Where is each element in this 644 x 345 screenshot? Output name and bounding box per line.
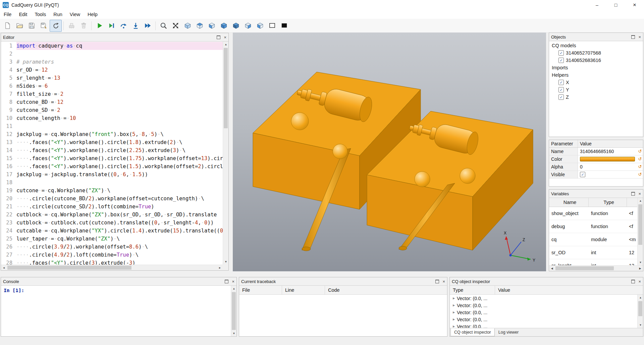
render-button[interactable] [93,20,105,32]
autoreload-toggle[interactable] [50,20,62,32]
inspector-row[interactable]: ▶Vector: (0.0, ... [450,302,637,309]
visible-checkbox[interactable]: ✓ [580,172,585,177]
code-line[interactable]: 21····.circle(cutcone_SD/2).loft(combine… [1,203,223,211]
checkbox[interactable]: ✓ [558,50,564,56]
scroll-up-icon[interactable]: ▲ [231,286,237,291]
property-value[interactable]: 3140646685160 [578,148,637,155]
inspector-row[interactable]: ▶Vector: (0.0, ... [450,295,637,302]
variable-row[interactable]: show_objectfunction<f [549,207,637,220]
checkbox[interactable]: ✓ [558,58,564,63]
iso-view-button[interactable] [181,20,194,32]
expand-arrow-icon[interactable]: ▶ [452,304,456,307]
close-button[interactable]: × [625,0,644,10]
code-line[interactable]: 1import·cadquery·as·cq [1,42,223,50]
scroll-right-icon[interactable]: ▶ [217,265,223,270]
scroll-up-icon[interactable]: ▲ [638,295,643,300]
shaded-view-button[interactable] [278,20,290,32]
checkbox[interactable]: ✓ [558,80,564,85]
property-value[interactable]: ✓ [578,171,637,178]
reset-icon[interactable]: ↺ [637,171,643,178]
code-line[interactable]: 5sr_lenght·=·13 [1,74,223,82]
tree-item[interactable]: ✓3140652683616 [549,57,643,64]
variable-row[interactable]: sr_ODint12 [549,246,637,259]
code-line[interactable]: 20····.circle(cutcone_BD/2).workplane(of… [1,195,223,203]
tab-log-viewer[interactable]: Log viewer [495,328,522,336]
zoom-fit-button[interactable] [157,20,169,32]
minimize-button[interactable]: – [588,0,606,10]
tree-item[interactable]: ✓X [549,79,643,86]
back-view-button[interactable] [230,20,242,32]
tree-item[interactable]: Imports [549,64,643,71]
scroll-right-icon[interactable]: ▶ [637,266,643,271]
code-line[interactable]: 2 [1,50,223,58]
save-button[interactable] [25,20,38,32]
code-line[interactable]: 15····.faces("<Y").workplane().circle(1.… [1,154,223,162]
float-panel-icon[interactable] [631,192,635,196]
code-line[interactable]: 23cutblock·=·cutblock.cut(cutcone).trans… [1,219,223,227]
right-view-button[interactable] [254,20,266,32]
float-panel-icon[interactable] [217,36,220,39]
left-view-button[interactable] [242,20,254,32]
continue-button[interactable] [142,20,154,32]
code-line[interactable]: 17jackplug·=·jackplug.translate((0,·6,·1… [1,170,223,179]
code-line[interactable]: 14····.faces("<Y").workplane().circle(2.… [1,146,223,154]
expand-arrow-icon[interactable]: ▶ [452,325,456,328]
float-panel-icon[interactable] [631,280,635,283]
debug-button[interactable] [105,20,117,32]
code-line[interactable]: 9cutcone_SD·=·2 [1,106,223,114]
expand-arrow-icon[interactable]: ▶ [452,318,456,321]
property-value[interactable]: 0 [578,163,637,170]
inspector-row[interactable]: ▶Vector: (0.0, ... [450,309,637,316]
code-line[interactable]: 16····.faces("<Y").workplane().circle(1.… [1,162,223,170]
tree-item[interactable]: Helpers [549,71,643,79]
close-panel-icon[interactable]: × [638,279,641,284]
scroll-down-icon[interactable]: ▼ [638,260,643,265]
code-line[interactable]: 10cutcone_length·=·10 [1,114,223,122]
inspector-vertical-scrollbar[interactable]: ▲ ▼ [637,295,643,328]
scroll-down-icon[interactable]: ▼ [638,322,643,328]
delete-button[interactable] [77,20,90,32]
tab-cq-object-inspector[interactable]: CQ object inspector [450,328,495,336]
reset-icon[interactable]: ↺ [637,148,643,155]
close-panel-icon[interactable]: × [232,279,234,284]
tree-item[interactable]: ✓3140652707568 [549,49,643,57]
variables-horizontal-scrollbar[interactable]: ◀ ▶ [549,265,643,271]
float-panel-icon[interactable] [435,280,439,283]
variable-row[interactable]: cqmodule<m [549,233,637,246]
step-button[interactable] [117,20,129,32]
code-line[interactable]: 13····.faces("<Y").workplane().circle(1.… [1,138,223,146]
code-line[interactable]: 19cutcone·=·cq.Workplane("ZX")·\ [1,187,223,195]
code-line[interactable]: 6nSides·=·6 [1,82,223,90]
code-line[interactable]: 3# parameters [1,58,223,66]
scroll-up-icon[interactable]: ▲ [638,198,643,204]
code-line[interactable]: 27····.circle(4.9/2).loft(combine=True)·… [1,251,223,259]
scroll-down-icon[interactable]: ▼ [231,331,237,336]
menu-view[interactable]: View [66,12,84,17]
code-line[interactable]: 12jackplug·=·cq.Workplane("front").box(5… [1,130,223,138]
close-panel-icon[interactable]: × [224,35,226,40]
variables-vertical-scrollbar[interactable]: ▲ ▼ [637,198,643,265]
reset-icon[interactable]: ↺ [637,155,643,163]
step-in-button[interactable] [129,20,142,32]
menu-help[interactable]: Help [84,12,101,17]
menu-edit[interactable]: Edit [15,12,31,17]
editor-horizontal-scrollbar[interactable]: ◀ ▶ [1,265,223,270]
save-as-button[interactable] [38,20,50,32]
code-line[interactable]: 8cutcone_BD·=·12 [1,98,223,106]
scroll-up-icon[interactable]: ▲ [223,42,228,47]
variable-row[interactable]: debugfunction<f [549,220,637,233]
bottom-view-button[interactable] [206,20,218,32]
expand-arrow-icon[interactable]: ▶ [452,311,456,314]
expand-arrow-icon[interactable]: ▶ [452,297,456,300]
close-panel-icon[interactable]: × [638,35,641,39]
scroll-left-icon[interactable]: ◀ [549,266,555,271]
code-line[interactable]: 26····.circle(3.9/2).workplane(offset=8.… [1,243,223,251]
inspector-row[interactable]: ▶Vector: (0.0, ... [450,323,637,328]
maximize-button[interactable]: □ [606,0,625,10]
variable-row[interactable]: sr_lenghtint13 [549,259,637,265]
scroll-down-icon[interactable]: ▼ [223,259,228,265]
code-line[interactable]: 18 [1,179,223,187]
3d-viewport[interactable]: X Z Y [233,32,546,271]
inspector-row[interactable]: ▶Vector: (0.0, ... [450,316,637,323]
checkbox[interactable]: ✓ [558,94,564,100]
